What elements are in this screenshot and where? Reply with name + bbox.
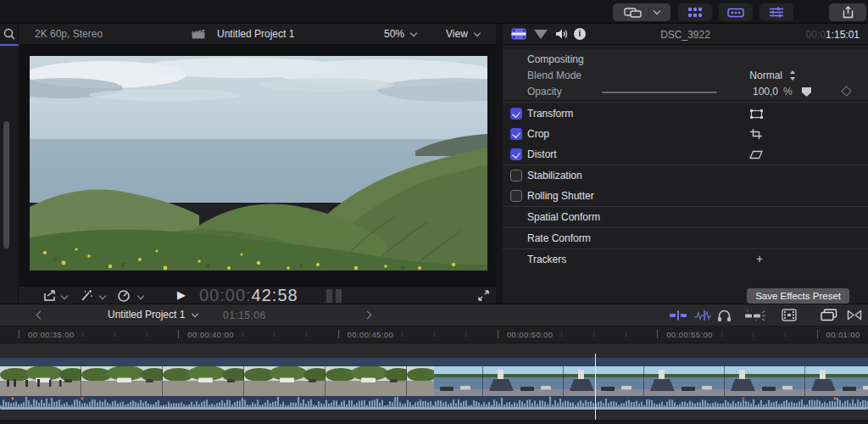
- solo-icon[interactable]: [717, 309, 732, 322]
- timeline-ruler[interactable]: 00:00:35:0000:00:40:0000:00:45:0000:00:5…: [0, 326, 868, 343]
- chevron-down-icon: [474, 29, 481, 36]
- browser-grid-icon: [688, 8, 703, 18]
- transform-popup-icon[interactable]: [43, 289, 58, 302]
- ruler-major-tick: [338, 330, 339, 338]
- clip-top-band: [0, 357, 868, 366]
- trackers-row[interactable]: Trackers +: [503, 250, 868, 270]
- crop-icon[interactable]: [748, 127, 765, 141]
- enhancements-wand-icon[interactable]: [79, 289, 93, 302]
- viewer-timecode-seconds: 42:58: [252, 286, 298, 304]
- ruler-minor-tick: [114, 332, 115, 338]
- ruler-minor-tick: [626, 332, 626, 338]
- trackers-label: Trackers: [527, 254, 566, 265]
- share-icon: [843, 6, 854, 19]
- distort-label: Distort: [527, 148, 557, 160]
- ruler-major-tick: [178, 330, 179, 338]
- index-layers-icon[interactable]: [821, 309, 837, 321]
- timeline-project-title: Untitled Project 1: [108, 309, 185, 321]
- inspector-toggle-button[interactable]: [760, 3, 793, 21]
- retime-icon[interactable]: [117, 289, 131, 302]
- share-button[interactable]: [829, 3, 866, 21]
- ruler-minor-tick: [593, 332, 594, 338]
- rolling-shutter-label: Rolling Shutter: [527, 190, 594, 202]
- clip-appearance-icon[interactable]: [782, 309, 797, 321]
- rate-conform-label: Rate Conform: [527, 232, 591, 244]
- crop-checkbox[interactable]: [510, 128, 522, 140]
- ruler-minor-tick: [51, 332, 52, 338]
- fullscreen-icon[interactable]: [477, 289, 490, 302]
- blend-mode-value[interactable]: Normal: [698, 70, 782, 81]
- opacity-slider[interactable]: [602, 92, 717, 93]
- effect-row-rolling-shutter[interactable]: Rolling Shutter: [503, 187, 868, 206]
- spatial-conform-row[interactable]: Spatial Conform: [503, 208, 868, 227]
- sidebar-scrollbar[interactable]: [3, 121, 9, 248]
- viewer-header: 2K 60p, Stereo Untitled Project 1 50% Vi…: [19, 24, 496, 45]
- timeline-video-clip[interactable]: [0, 357, 868, 410]
- ruler-major-tick: [817, 330, 818, 338]
- save-effects-preset-label: Save Effects Preset: [755, 291, 841, 301]
- chevron-down-icon[interactable]: [137, 293, 144, 299]
- effect-row-distort[interactable]: Distort: [503, 145, 868, 165]
- blend-mode-label: Blend Mode: [527, 70, 581, 81]
- ruler-minor-tick: [306, 332, 307, 338]
- skimming-icon[interactable]: [669, 310, 687, 321]
- ruler-minor-tick: [465, 332, 466, 338]
- distort-checkbox[interactable]: [510, 148, 522, 160]
- panel-divider[interactable]: [496, 24, 503, 304]
- display-mirror-icon: [624, 7, 643, 19]
- ruler-minor-tick: [753, 332, 754, 338]
- ruler-minor-tick: [849, 332, 849, 338]
- viewer-zoom-value: 50%: [384, 28, 404, 40]
- effect-row-stabilization[interactable]: Stabilization: [503, 166, 868, 186]
- chevron-down-icon: [410, 29, 417, 36]
- effect-row-crop[interactable]: Crop: [503, 125, 868, 144]
- ruler-minor-tick: [721, 332, 722, 338]
- opacity-value[interactable]: 100,0: [710, 86, 778, 98]
- keyframe-diamond-icon[interactable]: [841, 86, 852, 97]
- viewer-zoom-menu[interactable]: 50%: [384, 28, 416, 40]
- distort-icon[interactable]: [748, 148, 765, 161]
- ruler-major-tick: [19, 330, 19, 338]
- timeline-toggle-button[interactable]: [719, 3, 753, 21]
- inspector-header: i DSC_3922 00:01:15:01: [503, 24, 868, 45]
- chevron-down-icon[interactable]: [61, 293, 68, 299]
- ruler-major-tick: [657, 330, 658, 338]
- chevron-down-icon[interactable]: [99, 293, 106, 299]
- timeline-strip-icon: [727, 8, 744, 18]
- stabilization-checkbox[interactable]: [510, 170, 522, 181]
- chevron-down-icon: [192, 310, 198, 316]
- save-effects-preset-button[interactable]: Save Effects Preset: [747, 288, 849, 304]
- timeline-project-menu[interactable]: Untitled Project 1: [108, 309, 198, 321]
- next-project-button[interactable]: [364, 311, 372, 320]
- viewer-timecode-hours: 00:00:: [199, 286, 252, 304]
- add-icon[interactable]: +: [751, 252, 768, 265]
- ruler-tick-label: 00:01:00: [826, 330, 860, 339]
- display-mirror-button[interactable]: [613, 3, 670, 21]
- effect-row-transform[interactable]: Transform: [503, 104, 868, 124]
- viewer-canvas: [19, 45, 496, 286]
- playhead[interactable]: [595, 354, 596, 424]
- browser-toggle-button[interactable]: [678, 3, 712, 21]
- previous-project-button[interactable]: [36, 311, 45, 320]
- audio-skimming-icon[interactable]: [693, 310, 712, 321]
- clapperboard-icon: [192, 29, 205, 39]
- inspector-timecode-bright: 1:15:01: [826, 29, 860, 41]
- play-icon[interactable]: ▶: [177, 288, 186, 301]
- transform-checkbox[interactable]: [510, 108, 522, 120]
- precision-bowtie-icon[interactable]: [847, 310, 862, 321]
- opacity-slider-thumb[interactable]: [802, 87, 811, 97]
- rolling-shutter-checkbox[interactable]: [510, 190, 522, 202]
- search-icon[interactable]: [3, 27, 16, 41]
- rate-conform-row[interactable]: Rate Conform: [503, 229, 868, 248]
- viewer-timecode: 00:00:42:58: [199, 286, 298, 305]
- viewer-controls-bar: ▶ 00:00:42:58: [19, 286, 496, 304]
- timeline-track-area: [0, 343, 868, 424]
- ruler-minor-tick: [689, 332, 690, 338]
- spatial-conform-label: Spatial Conform: [527, 211, 600, 223]
- transform-icon[interactable]: [748, 107, 765, 120]
- viewer-view-menu[interactable]: View: [446, 28, 480, 40]
- clip-bottom-edge: [0, 407, 868, 410]
- blend-mode-stepper[interactable]: [789, 70, 797, 81]
- snapping-icon[interactable]: [743, 310, 765, 321]
- ruler-minor-tick: [402, 332, 403, 338]
